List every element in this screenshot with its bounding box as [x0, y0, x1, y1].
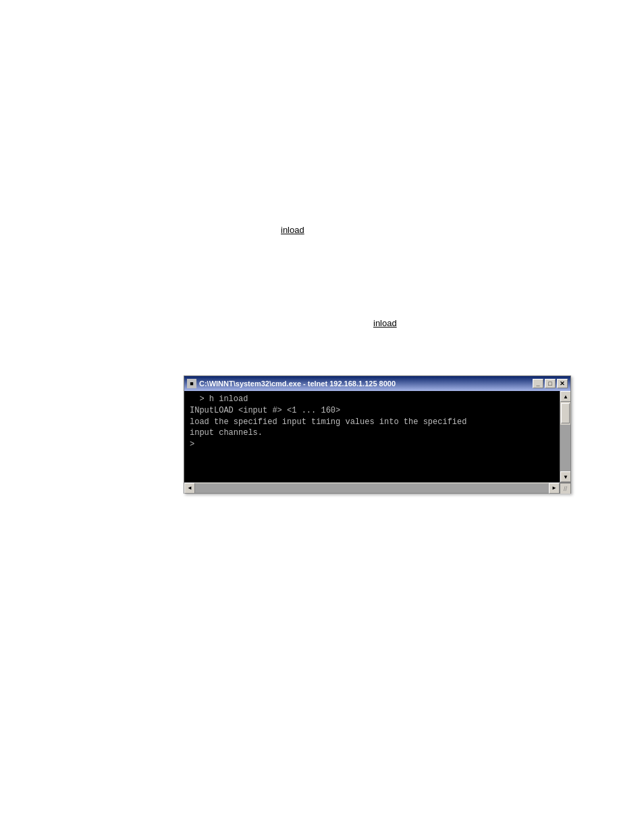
- resize-grip[interactable]: //: [560, 483, 570, 494]
- titlebar-left: ■ C:\WINNT\system32\cmd.exe - telnet 192…: [187, 379, 396, 388]
- scroll-track-v[interactable]: [560, 425, 570, 471]
- window-controls: _ □ ✕: [533, 379, 568, 388]
- terminal-line-7: >: [190, 439, 554, 450]
- close-button[interactable]: ✕: [557, 379, 568, 388]
- scroll-left-button[interactable]: ◄: [184, 483, 195, 494]
- scroll-right-button[interactable]: ►: [549, 483, 560, 494]
- terminal-line-3: INputLOAD <input #> <1 ... 160>: [190, 405, 554, 417]
- scroll-track-h[interactable]: [195, 484, 549, 493]
- vertical-scrollbar: ▲ ▼: [560, 391, 570, 482]
- page-content: inload inload ■ C:\WINNT\system32\cmd.ex…: [0, 0, 644, 834]
- cmd-terminal[interactable]: > h inload INputLOAD <input #> <1 ... 16…: [184, 391, 560, 482]
- cmd-main-area: > h inload INputLOAD <input #> <1 ... 16…: [184, 391, 570, 482]
- scroll-down-button[interactable]: ▼: [560, 471, 570, 482]
- cmd-bottom-area: ◄ ► //: [184, 482, 570, 493]
- minimize-button[interactable]: _: [533, 379, 543, 388]
- terminal-line-6: input channels.: [190, 427, 554, 439]
- cmd-window: ■ C:\WINNT\system32\cmd.exe - telnet 192…: [184, 375, 571, 494]
- terminal-line-5: load the specified input timing values i…: [190, 417, 554, 428]
- scroll-thumb-v[interactable]: [561, 403, 570, 423]
- maximize-button[interactable]: □: [545, 379, 556, 388]
- cmd-title-text: C:\WINNT\system32\cmd.exe - telnet 192.1…: [199, 380, 396, 388]
- cmd-icon: ■: [187, 379, 196, 388]
- underlined-link-2[interactable]: inload: [373, 318, 397, 328]
- underlined-link-1[interactable]: inload: [281, 225, 304, 235]
- cmd-titlebar: ■ C:\WINNT\system32\cmd.exe - telnet 192…: [184, 376, 570, 391]
- terminal-line-1: > h inload: [190, 394, 554, 405]
- scroll-up-button[interactable]: ▲: [560, 391, 570, 402]
- horizontal-scrollbar: ◄ ►: [184, 483, 560, 493]
